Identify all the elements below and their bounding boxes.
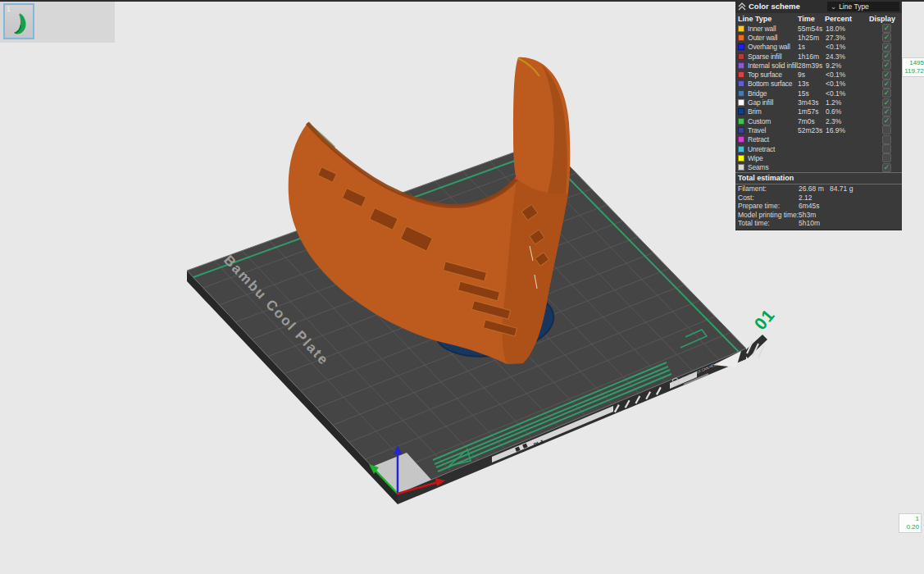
color-scheme-panel: Color scheme ⌄Line Type Line Type Time P… <box>735 0 902 230</box>
estimation-label: Model printing time: <box>738 211 799 219</box>
estimation-value: 26.68 m <box>799 184 830 193</box>
display-checkbox[interactable]: ✓ <box>882 71 891 80</box>
line-type-row: Retract <box>735 135 902 144</box>
display-checkbox[interactable]: ✓ <box>882 98 891 107</box>
line-type-swatch <box>738 118 744 125</box>
line-type-label: Retract <box>748 135 798 144</box>
line-type-time: 52m23s <box>798 126 826 134</box>
line-type-label: Sparse infill <box>748 52 798 61</box>
line-type-swatch <box>738 127 744 134</box>
line-type-label: Custom <box>748 117 798 125</box>
line-type-label: Top surface <box>748 71 798 79</box>
line-type-swatch <box>738 71 744 78</box>
max-layer-height: 119.72 <box>904 67 924 75</box>
line-type-time: 1s <box>798 43 826 51</box>
model-preview-icon <box>8 8 31 38</box>
display-checkbox[interactable]: ✓ <box>882 116 891 125</box>
seam-marker <box>515 176 518 180</box>
display-checkbox[interactable]: ✓ <box>882 33 891 42</box>
plate-thumbnail-strip: 1 <box>0 2 115 43</box>
estimation-value: 5h10m <box>799 219 830 227</box>
line-type-percent: 18.0% <box>826 25 882 33</box>
line-type-row: Unretract <box>735 144 902 153</box>
min-layer-height: 0.20 <box>901 523 919 531</box>
estimation-row: Filament:26.68 m84.71 g <box>735 184 902 194</box>
estimation-row: Cost:2.12 <box>735 193 902 202</box>
line-type-percent: 27.3% <box>826 34 882 42</box>
total-estimation-title: Total estimation <box>735 173 902 184</box>
line-type-row: Overhang wall1s<0.1%✓ <box>735 43 902 52</box>
display-checkbox[interactable]: ✓ <box>882 80 891 89</box>
view-type-value: Line Type <box>839 2 869 11</box>
estimation-row: Prepare time:6m45s <box>735 202 902 211</box>
display-checkbox[interactable]: ✓ <box>882 61 891 70</box>
display-checkbox[interactable]: ✓ <box>882 89 891 98</box>
line-type-percent: 0.6% <box>826 107 882 116</box>
line-type-label: Inner wall <box>748 25 798 33</box>
line-type-time: 1h16m <box>798 52 826 61</box>
display-checkbox[interactable]: ✓ <box>882 43 891 52</box>
display-checkbox[interactable]: ✓ <box>882 24 891 33</box>
line-type-row: Custom7m0s2.3%✓ <box>735 116 902 125</box>
slicer-preview-window: Bambu Cool Plate PLA BLUE STICK CAN HELP <box>0 0 924 574</box>
line-type-percent: <0.1% <box>826 43 882 51</box>
line-type-row: Inner wall55m54s18.0%✓ <box>735 24 902 33</box>
plate-thumbnail[interactable]: 1 <box>3 3 34 39</box>
layer-slider-max-label[interactable]: 1495 119.72 <box>902 57 924 77</box>
legend-table-header: Line Type Time Percent Display <box>735 13 902 24</box>
display-checkbox[interactable] <box>882 125 891 134</box>
line-type-time: 7m0s <box>798 117 826 125</box>
line-type-row: Wipe <box>735 153 902 162</box>
max-layer-number: 1495 <box>904 59 924 67</box>
estimation-row: Total time:5h10m <box>735 219 902 228</box>
line-type-row: Gap infill3m43s1.2%✓ <box>735 98 902 107</box>
line-type-percent: <0.1% <box>826 89 882 98</box>
line-type-percent: 2.3% <box>826 117 882 125</box>
display-checkbox[interactable]: ✓ <box>882 52 891 61</box>
line-type-percent: <0.1% <box>826 80 882 88</box>
collapse-panel-icon[interactable] <box>738 2 746 12</box>
estimation-label: Total time: <box>738 219 799 227</box>
line-type-time: 1h25m <box>798 34 826 42</box>
display-checkbox[interactable]: ✓ <box>882 107 891 116</box>
line-type-swatch <box>738 25 744 32</box>
estimation-value: 5h3m <box>799 211 830 219</box>
line-type-label: Gap infill <box>748 98 798 107</box>
col-line-type: Line Type <box>738 15 798 23</box>
line-type-row: Brim1m57s0.6%✓ <box>735 107 902 116</box>
line-type-row: Bottom surface13s<0.1%✓ <box>735 80 902 89</box>
line-type-time: 13s <box>798 80 826 88</box>
line-type-swatch <box>738 99 744 106</box>
line-type-time: 28m39s <box>798 61 826 70</box>
line-type-row: Seams✓ <box>735 162 902 171</box>
line-type-percent: 1.2% <box>826 98 882 107</box>
line-type-label: Bridge <box>748 89 798 98</box>
layer-slider-min-label[interactable]: 1 0.20 <box>899 513 922 533</box>
line-type-swatch <box>738 90 744 97</box>
estimation-value: 2.12 <box>799 194 830 202</box>
line-type-swatch <box>738 136 744 143</box>
panel-header: Color scheme ⌄Line Type <box>735 0 902 13</box>
line-type-time: 15s <box>798 89 826 98</box>
display-checkbox[interactable] <box>882 135 891 144</box>
col-time: Time <box>798 15 825 23</box>
line-type-label: Overhang wall <box>748 43 798 51</box>
col-percent: Percent <box>825 15 869 23</box>
line-type-row: Sparse infill1h16m24.3%✓ <box>735 52 902 61</box>
display-checkbox[interactable]: ✓ <box>882 163 891 172</box>
display-checkbox[interactable] <box>882 144 891 153</box>
line-type-label: Wipe <box>748 154 798 162</box>
line-type-time: 9s <box>798 71 826 79</box>
line-type-row: Bridge15s<0.1%✓ <box>735 89 902 98</box>
line-type-swatch <box>738 62 744 69</box>
estimation-row: Model printing time:5h3m <box>735 211 902 220</box>
estimation-value2: 84.71 g <box>830 184 902 193</box>
line-type-label: Outer wall <box>748 34 798 42</box>
display-checkbox[interactable] <box>882 153 891 162</box>
total-estimation-section: Total estimation Filament:26.68 m84.71 g… <box>735 172 902 228</box>
estimation-label: Prepare time: <box>738 202 799 210</box>
view-type-dropdown[interactable]: ⌄Line Type <box>827 2 899 11</box>
legend-table: Inner wall55m54s18.0%✓Outer wall1h25m27.… <box>735 24 902 172</box>
line-type-percent: 9.2% <box>826 61 882 70</box>
line-type-percent: 16.9% <box>826 126 882 134</box>
